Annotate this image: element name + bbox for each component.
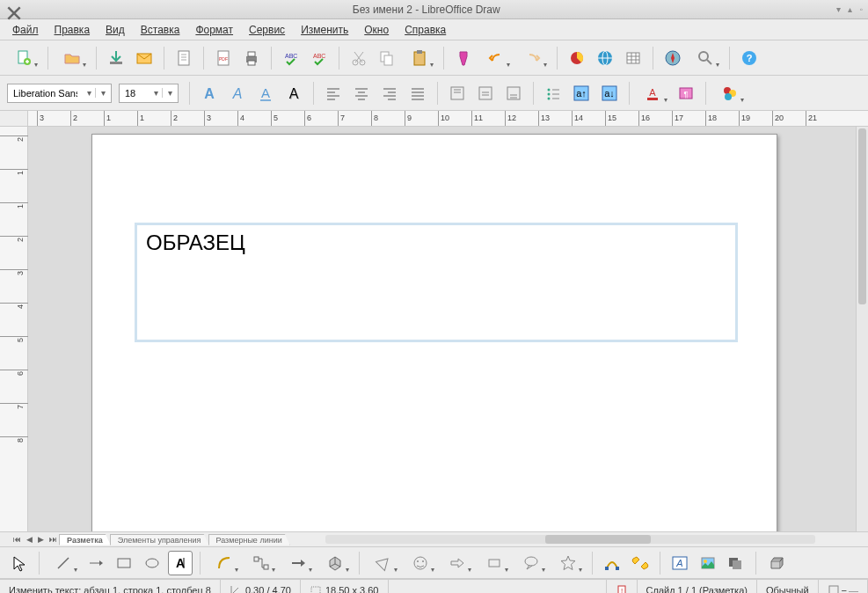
cut-button[interactable] — [346, 46, 371, 70]
export-pdf-button[interactable]: PDF — [211, 46, 236, 70]
menu-help[interactable]: Справка — [398, 21, 453, 39]
edit-points-button[interactable] — [600, 551, 624, 575]
valign-middle-button[interactable] — [473, 81, 498, 106]
print-button[interactable] — [239, 46, 264, 70]
curve-tool[interactable] — [208, 551, 241, 575]
font-name-input[interactable] — [8, 86, 83, 100]
char-dialog-button[interactable]: ¶ — [674, 81, 698, 106]
font-size-combo[interactable]: ▾ ▾ — [119, 84, 179, 103]
extrusion-button[interactable] — [763, 551, 788, 575]
font-color-button[interactable]: A — [637, 81, 670, 106]
bullets-button[interactable] — [541, 81, 565, 106]
copy-button[interactable] — [375, 46, 399, 70]
align-right-button[interactable] — [377, 81, 402, 106]
spellcheck-button[interactable]: ABC — [279, 46, 303, 70]
basic-shapes-tool[interactable] — [367, 551, 400, 575]
chart-button[interactable] — [565, 46, 589, 70]
menu-edit[interactable]: Правка — [47, 21, 98, 39]
gallery-button[interactable] — [724, 551, 748, 575]
help-button[interactable]: ? — [737, 46, 762, 70]
arrow-tool[interactable] — [84, 551, 108, 575]
line-tool[interactable] — [47, 551, 80, 575]
shadow-button[interactable]: AA — [281, 81, 306, 106]
font-name-dropdown[interactable]: ▾ — [95, 88, 111, 98]
open-button[interactable] — [55, 46, 89, 70]
italic-button[interactable]: A — [225, 81, 250, 106]
zoom-out-icon[interactable]: − — [842, 585, 847, 594]
align-center-button[interactable] — [349, 81, 374, 106]
symbol-shapes-tool[interactable] — [404, 551, 437, 575]
menu-file[interactable]: Файл — [5, 21, 46, 39]
menu-tools[interactable]: Сервис — [242, 21, 292, 39]
flowchart-tool[interactable] — [478, 551, 511, 575]
redo-button[interactable] — [516, 46, 550, 70]
page[interactable]: ОБРАЗЕЦ — [91, 134, 777, 531]
valign-bottom-button[interactable] — [501, 81, 526, 106]
text-tool[interactable]: A — [168, 551, 193, 575]
undo-button[interactable] — [479, 46, 513, 70]
canvas[interactable]: ОБРАЗЕЦ — [28, 127, 856, 531]
rectangle-tool[interactable] — [112, 551, 136, 575]
h-scrollbar-thumb[interactable] — [545, 535, 651, 544]
increase-font-button[interactable]: a↑ — [569, 81, 594, 106]
minimize-icon[interactable]: ▾ — [836, 4, 841, 14]
stars-tool[interactable] — [551, 551, 585, 575]
gluepoints-button[interactable] — [628, 551, 653, 575]
font-size-dropdown[interactable]: ▾ — [162, 88, 178, 98]
navigator-button[interactable] — [660, 46, 685, 70]
tab-layout[interactable]: Разметка — [59, 534, 111, 545]
text-box[interactable]: ОБРАЗЕЦ — [135, 223, 738, 342]
fit-page-icon[interactable] — [828, 584, 840, 594]
horizontal-scrollbar[interactable] — [325, 535, 815, 544]
underline-button[interactable]: A — [253, 81, 278, 106]
tab-nav-prev[interactable]: ◀ — [24, 535, 35, 544]
tab-nav-last[interactable]: ⏭ — [47, 535, 60, 544]
text-content[interactable]: ОБРАЗЕЦ — [146, 231, 245, 254]
connector-tool[interactable] — [244, 551, 278, 575]
vertical-scrollbar[interactable] — [856, 127, 868, 531]
tab-nav-first[interactable]: ⏮ — [11, 535, 24, 544]
fontwork-button[interactable]: A — [667, 551, 692, 575]
scrollbar-thumb[interactable] — [858, 128, 866, 304]
edit-file-button[interactable] — [171, 46, 196, 70]
status-zoom-controls[interactable]: − — — [819, 580, 868, 593]
hyperlink-button[interactable] — [593, 46, 617, 70]
para-dialog-button[interactable] — [713, 81, 747, 106]
align-left-button[interactable] — [321, 81, 346, 106]
valign-top-button[interactable] — [445, 81, 470, 106]
horizontal-ruler[interactable]: 321123456789101112131415161718192021 — [28, 111, 868, 126]
new-button[interactable] — [7, 46, 40, 70]
close-icon[interactable] — [5, 4, 16, 15]
font-size-mini-dropdown[interactable]: ▾ — [150, 88, 162, 98]
save-button[interactable] — [104, 46, 128, 70]
status-mode[interactable]: Обычный — [757, 580, 819, 593]
menu-insert[interactable]: Вставка — [134, 21, 187, 39]
maximize-icon[interactable]: ▴ — [848, 4, 852, 14]
block-arrows-tool[interactable] — [441, 551, 474, 575]
callout-tool[interactable] — [514, 551, 548, 575]
zoom-button[interactable] — [689, 46, 722, 70]
3d-tool[interactable] — [318, 551, 352, 575]
ellipse-tool[interactable] — [140, 551, 164, 575]
decrease-font-button[interactable]: a↓ — [597, 81, 622, 106]
table-button[interactable] — [621, 46, 646, 70]
status-signature[interactable]: ! — [606, 580, 637, 593]
paste-button[interactable] — [403, 46, 436, 70]
font-size-input[interactable] — [120, 86, 150, 100]
align-justify-button[interactable] — [405, 81, 430, 106]
font-name-mini-dropdown[interactable]: ▾ — [83, 88, 95, 98]
vertical-ruler[interactable]: 2112345678 — [0, 127, 28, 531]
lines-arrows-tool[interactable] — [281, 551, 315, 575]
tab-controls[interactable]: Элементы управления — [110, 534, 209, 545]
menu-format[interactable]: Формат — [188, 21, 240, 39]
from-file-button[interactable] — [696, 551, 720, 575]
window-close-icon[interactable]: ◦ — [859, 4, 863, 14]
font-name-combo[interactable]: ▾ ▾ — [7, 84, 112, 103]
menu-view[interactable]: Вид — [98, 21, 132, 39]
tab-nav-next[interactable]: ▶ — [35, 535, 47, 544]
menu-modify[interactable]: Изменить — [294, 21, 355, 39]
select-tool[interactable] — [7, 551, 32, 575]
autospell-button[interactable]: ABC — [307, 46, 332, 70]
tab-dimlines[interactable]: Размерные линии — [208, 534, 290, 545]
menu-window[interactable]: Окно — [357, 21, 396, 39]
